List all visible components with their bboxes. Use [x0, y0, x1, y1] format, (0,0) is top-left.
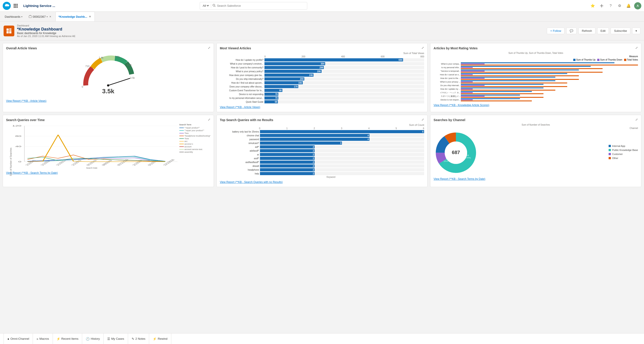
most-viewed-bars: How do I update my profile? 694 What is … — [220, 58, 424, 103]
gauge-container: 0 710 1.4k 2.1k 2.8k 3.5k 3.5k — [6, 52, 210, 97]
settings-icon[interactable]: ⚙ — [616, 3, 623, 9]
dashboard-content: Overall Article Views ⤢ 0 710 1.4k 2.1k … — [0, 40, 644, 190]
most-viewed-bar-row: How do I update my profile? 694 — [220, 58, 424, 61]
top-search-bar-row: asdfasdfasdf* 2 — [220, 160, 424, 164]
add-icon[interactable] — [598, 3, 605, 9]
thumbs-down-bar — [461, 92, 473, 93]
card-search-queries-title: Search Queries over Time — [6, 118, 210, 122]
tab-case-close[interactable]: ✕ — [48, 15, 52, 18]
sq-legend-5: *how — [179, 137, 210, 140]
top-searches-report-link[interactable]: View Report (**KB - Search Queries with … — [220, 181, 424, 184]
search-icon — [212, 4, 216, 8]
svg-rect-13 — [29, 16, 32, 18]
search-input[interactable] — [217, 4, 305, 8]
tab-case[interactable]: 00002367 ▾ ✕ — [26, 12, 55, 21]
tab-knowledge[interactable]: *Knowledge Dashb... ✕ — [56, 12, 95, 21]
rating-measure-label: Measure — [434, 55, 638, 58]
thumbs-up-bar — [461, 80, 555, 81]
case-icon — [29, 15, 32, 18]
sq-legend-2: ""repair your product"" — [179, 129, 210, 132]
chat-button[interactable]: 💬 — [566, 28, 576, 34]
rating-bar-group: How do I cancel an o... — [434, 73, 638, 76]
bar-fill: 70 — [264, 93, 278, 96]
favorites-icon[interactable]: ⭐ — [589, 3, 596, 9]
thumbs-up-bar — [461, 73, 567, 74]
rating-bar-label: What is your compa... — [434, 63, 460, 65]
page-subtitle: Basic dashboards for Knowledge — [17, 32, 76, 35]
expand-searches-channel[interactable]: ⤢ — [634, 117, 639, 122]
total-votes-bar — [461, 79, 579, 80]
most-viewed-bar-row: What is your company's environ... 304 — [220, 62, 424, 65]
overall-views-report-link[interactable]: View Report (**KB - Article Views) — [6, 99, 210, 102]
tab-knowledge-close[interactable]: ✕ — [88, 15, 92, 18]
notifications-icon[interactable]: 🔔 — [625, 3, 632, 9]
avatar[interactable]: A — [634, 2, 641, 10]
most-viewed-report-link[interactable]: View Report (**KB - Article Views) — [220, 106, 424, 109]
top-search-track: 3 — [260, 141, 424, 145]
rating-bar-tracks — [461, 95, 638, 98]
top-search-label: asdf* — [220, 157, 259, 160]
gauge-chart: 0 710 1.4k 2.1k 2.8k 3.5k — [79, 54, 137, 90]
top-search-fill: 2 — [260, 153, 315, 156]
more-actions-button[interactable]: ▾ — [632, 28, 640, 34]
svg-text:2.8k: 2.8k — [127, 63, 132, 66]
bar-fill: 304 — [264, 62, 325, 65]
tab-dashboards[interactable]: Dashboards ▾ — [2, 12, 25, 21]
top-search-track: 2 — [260, 157, 424, 160]
top-search-fill: 2 — [260, 172, 315, 175]
thumbs-down-bar — [461, 99, 473, 100]
thumbs-up-bar — [461, 98, 520, 99]
page-header-left: Dashboard *Knowledge Dashboard Basic das… — [4, 24, 76, 38]
rating-bar-row: スポーツに最適なイ... — [434, 95, 638, 98]
articles-rating-report-link[interactable]: View Report (**KB - Knowledge Article Sc… — [434, 104, 638, 107]
total-votes-bar — [461, 68, 602, 69]
search-scope-select[interactable]: All — [202, 4, 210, 8]
bar-fill: 298 — [264, 66, 324, 69]
search-bar: All — [200, 2, 307, 10]
edit-button[interactable]: Edit — [597, 28, 609, 34]
legend-customer: Customer — [608, 153, 638, 155]
bar-fill: 200 — [264, 77, 304, 81]
svg-text:1.4k: 1.4k — [99, 56, 104, 59]
top-search-fill: 6 — [260, 130, 424, 133]
tab-dashboards-label: Dashboards — [5, 15, 20, 18]
expand-top-searches[interactable]: ⤢ — [420, 117, 425, 122]
most-viewed-bar-row: How does your company give ba... 246 — [220, 74, 424, 77]
top-search-fill: 2 — [260, 149, 315, 152]
salesforce-logo[interactable] — [3, 2, 11, 10]
expand-overall-views[interactable]: ⤢ — [207, 46, 212, 50]
help-icon[interactable]: ? — [607, 3, 614, 9]
svg-rect-7 — [15, 7, 16, 8]
rating-bar-tracks — [461, 66, 638, 69]
search-queries-report-link[interactable]: View Report (**KB - Search Terms by Date… — [6, 171, 210, 175]
searches-channel-report-link[interactable]: View Report (**KB - Search Terms by Date… — [434, 177, 638, 181]
rating-bar-group: What is your privacy ... — [434, 80, 638, 83]
most-viewed-bar-row: What is your privacy policy? 286 — [220, 70, 424, 73]
total-votes-bar — [461, 75, 579, 76]
top-search-bars: battery only last for 25mins 6 chrome ch… — [220, 130, 424, 175]
grid-icon[interactable] — [12, 3, 19, 9]
bar-fill: 694 — [264, 58, 403, 61]
search-queries-svg: 120 80 40 0 1/1/2015 1/1/2017 1/1/2017 1… — [6, 124, 178, 168]
top-searches-axis: 0 1 2 3 4 5 6 — [220, 127, 424, 130]
top-search-value: 2 — [313, 153, 314, 156]
bar-label: Is my personal information secur... — [220, 97, 264, 99]
refresh-button[interactable]: Refresh — [578, 28, 596, 34]
tab-case-dropdown[interactable]: ▾ — [46, 16, 48, 18]
expand-search-queries[interactable]: ⤢ — [207, 117, 212, 122]
total-votes-bar — [461, 65, 638, 66]
thumbs-down-bar — [461, 89, 473, 89]
tab-dashboards-dropdown[interactable]: ▾ — [21, 16, 22, 18]
svg-text:710: 710 — [85, 65, 89, 68]
app-name-text: Lightning Service ... — [23, 4, 55, 8]
sq-legend-7: acconut s — [179, 143, 210, 145]
svg-line-10 — [215, 6, 216, 7]
expand-articles-rating[interactable]: ⤢ — [634, 46, 639, 50]
bar-track: 298 — [264, 66, 424, 69]
sq-legend-10: assembly — [179, 151, 210, 153]
bar-value: 90 — [279, 89, 282, 92]
subscribe-button[interactable]: Subscribe — [611, 28, 630, 34]
bar-value: 246 — [309, 74, 313, 76]
expand-most-viewed[interactable]: ⤢ — [420, 46, 425, 50]
follow-button[interactable]: + Follow — [547, 28, 564, 34]
